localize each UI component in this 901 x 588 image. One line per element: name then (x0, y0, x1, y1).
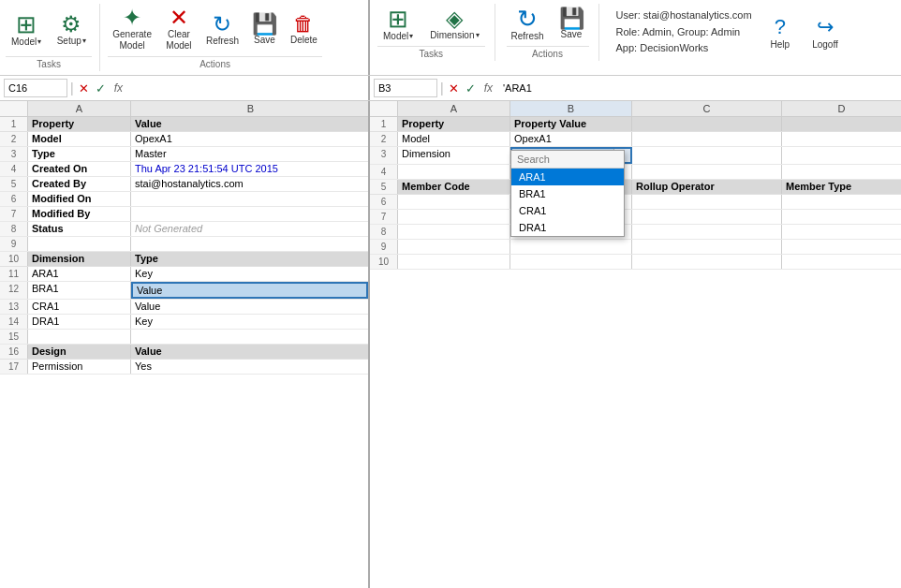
right-refresh-button[interactable]: ↻ Refresh (507, 4, 549, 44)
delete-button[interactable]: 🗑 Delete (286, 11, 322, 48)
generate-icon: ✦ (123, 7, 141, 29)
cell[interactable]: Modified On (28, 192, 131, 206)
cell[interactable]: Key (131, 315, 368, 329)
refresh-button[interactable]: ↻ Refresh (201, 10, 244, 49)
cell[interactable] (782, 165, 901, 179)
table-row: 10 (370, 255, 901, 270)
cell[interactable] (632, 117, 782, 131)
cell[interactable]: Member Type (782, 180, 901, 194)
cell[interactable]: Status (28, 222, 131, 236)
cell[interactable] (28, 330, 131, 344)
cell[interactable] (131, 192, 368, 206)
row-num: 1 (0, 117, 28, 131)
cell[interactable]: Not Generated (131, 222, 368, 236)
cell[interactable]: Created By (28, 177, 131, 191)
help-button[interactable]: ? Help (763, 11, 798, 53)
right-cell-ref[interactable] (374, 79, 437, 97)
setup-dropdown-arrow[interactable]: ▾ (82, 37, 86, 45)
cell[interactable] (632, 132, 782, 146)
table-row: 14 DRA1 Key (0, 315, 368, 330)
right-formula-input[interactable]: 'ARA1 (499, 82, 897, 94)
cell[interactable]: Property (398, 117, 510, 131)
cell[interactable]: OpexA1 (510, 132, 632, 146)
left-formula-input[interactable] (129, 82, 364, 94)
cell[interactable]: Master (131, 147, 368, 161)
cell[interactable] (782, 117, 901, 131)
right-model-button[interactable]: ⊞ Model ▾ (377, 4, 419, 44)
right-sheet-body: 1 Property Property Value 2 Model OpexA1… (370, 117, 901, 588)
cell[interactable]: Yes (131, 360, 368, 374)
cell[interactable]: Created On (28, 162, 131, 176)
col-header-a-right[interactable]: A (398, 101, 510, 116)
cell[interactable] (632, 165, 782, 179)
cell[interactable]: Type (131, 252, 368, 266)
help-icon: ? (775, 15, 786, 39)
logoff-button[interactable]: ↪ Logoff (805, 11, 846, 53)
confirm-formula-icon-right[interactable]: ✓ (464, 81, 478, 96)
cell[interactable] (131, 237, 368, 251)
cancel-formula-icon[interactable]: ✕ (77, 81, 91, 96)
cell[interactable]: Dimension (398, 147, 510, 164)
cell-active[interactable]: Value (131, 282, 368, 299)
model-button[interactable]: ⊞ Model ▾ (6, 9, 47, 50)
cell[interactable]: Model (28, 132, 131, 146)
col-header-b-left[interactable]: B (131, 101, 370, 116)
model-dropdown-arrow[interactable]: ▾ (37, 37, 41, 46)
cell[interactable]: Property Value (510, 117, 632, 131)
left-formula-bar: C16 | ✕ ✓ fx (0, 76, 370, 100)
col-header-a-left[interactable]: A (28, 101, 131, 116)
cell[interactable]: Model (398, 132, 510, 146)
cell[interactable]: Value (131, 345, 368, 359)
cell[interactable] (632, 147, 782, 164)
right-save-button[interactable]: 💾 Save (554, 6, 589, 42)
generate-model-button[interactable]: ✦ GenerateModel (108, 4, 156, 54)
cell[interactable]: CRA1 (28, 300, 131, 314)
setup-button[interactable]: ⚙ Setup ▾ (51, 10, 92, 49)
cancel-formula-icon-right[interactable]: ✕ (447, 81, 461, 96)
dropdown-item-cra1[interactable]: CRA1 (511, 202, 624, 219)
cell[interactable]: Property (28, 117, 131, 131)
cell[interactable]: OpexA1 (131, 132, 368, 146)
fx-label-right: fx (480, 81, 496, 95)
cell[interactable]: Rollup Operator (632, 180, 782, 194)
cell[interactable]: DRA1 (28, 315, 131, 329)
col-header-c-right[interactable]: C (632, 101, 782, 116)
cell[interactable]: BRA1 (28, 282, 131, 299)
clear-model-button[interactable]: ✕ ClearModel (160, 4, 198, 54)
cell[interactable] (28, 237, 131, 251)
col-header-b-right[interactable]: B (510, 101, 632, 116)
left-cell-ref[interactable]: C16 (4, 79, 67, 97)
cell[interactable]: Thu Apr 23 21:51:54 UTC 2015 (131, 162, 368, 176)
cell[interactable]: Value (131, 300, 368, 314)
table-row: 9 (370, 240, 901, 255)
table-row: 3 Type Master (0, 147, 368, 162)
cell[interactable]: Key (131, 267, 368, 281)
cell[interactable] (782, 147, 901, 164)
cell[interactable]: Value (131, 117, 368, 131)
cell[interactable]: Permission (28, 360, 131, 374)
save-button[interactable]: 💾 Save (247, 11, 282, 48)
dropdown-item-ara1[interactable]: ARA1 (511, 169, 624, 185)
setup-icon: ⚙ (61, 13, 81, 36)
dropdown-item-dra1[interactable]: DRA1 (511, 219, 624, 236)
dropdown-search-input[interactable] (511, 151, 624, 169)
cell[interactable]: stai@hostanalytics.com (131, 177, 368, 191)
cell[interactable] (131, 207, 368, 221)
dimension-dropdown[interactable]: ARA1 BRA1 CRA1 DRA1 (510, 150, 625, 237)
dimension-icon: ◈ (446, 7, 463, 30)
row-num: 1 (370, 117, 398, 131)
cell[interactable]: Type (28, 147, 131, 161)
cell[interactable]: Dimension (28, 252, 131, 266)
cell[interactable]: Member Code (398, 180, 510, 194)
cell[interactable]: ARA1 (28, 267, 131, 281)
cell[interactable] (782, 132, 901, 146)
table-row: 16 Design Value (0, 345, 368, 360)
dimension-button[interactable]: ◈ Dimension ▾ (424, 5, 484, 43)
col-header-d-right[interactable]: D (782, 101, 901, 116)
dropdown-item-bra1[interactable]: BRA1 (511, 185, 624, 202)
cell[interactable] (131, 330, 368, 344)
confirm-formula-icon[interactable]: ✓ (94, 81, 108, 96)
cell[interactable]: Design (28, 345, 131, 359)
cell[interactable] (398, 165, 510, 179)
cell[interactable]: Modified By (28, 207, 131, 221)
